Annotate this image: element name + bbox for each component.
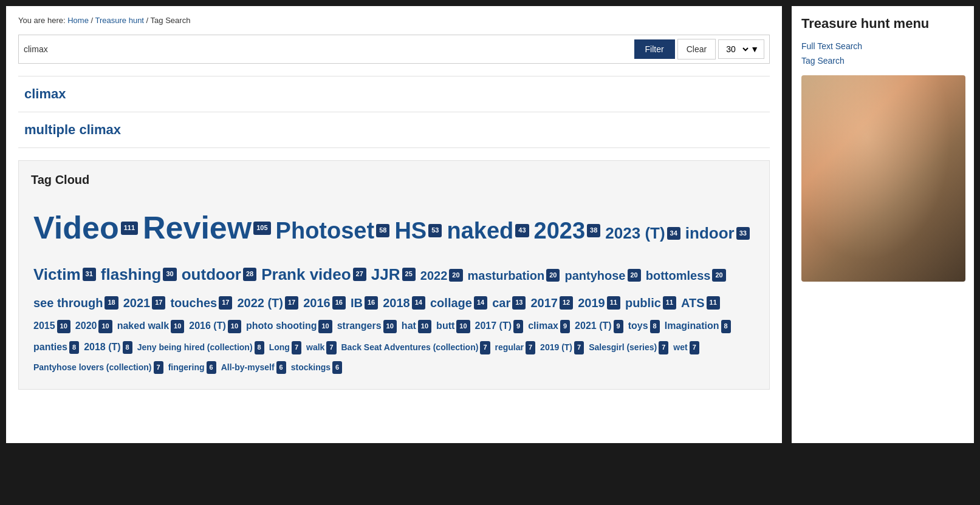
- tag-link[interactable]: public: [625, 292, 661, 314]
- tag-link[interactable]: Victim: [33, 260, 81, 289]
- tag-item: butt10: [436, 317, 470, 335]
- tag-link[interactable]: car: [492, 292, 510, 314]
- tag-count: 34: [667, 227, 680, 240]
- tag-link[interactable]: walk: [306, 340, 324, 355]
- tag-link[interactable]: 2018: [383, 292, 410, 314]
- result-link[interactable]: climax: [18, 76, 770, 112]
- tag-link[interactable]: Salesgirl (series): [589, 340, 657, 355]
- tag-count: 8: [69, 341, 79, 354]
- tag-link[interactable]: collage: [430, 292, 472, 314]
- tag-link[interactable]: All-by-myself: [221, 360, 275, 375]
- tag-count: 10: [171, 320, 184, 333]
- tag-link[interactable]: flashing: [101, 260, 162, 289]
- tag-link[interactable]: JJR: [371, 260, 400, 289]
- tag-count: 25: [402, 268, 416, 281]
- tag-count: 20: [712, 269, 725, 282]
- tag-count: 30: [163, 268, 176, 281]
- tag-item: flashing30: [101, 260, 177, 289]
- tag-link[interactable]: Jeny being hired (collection): [137, 340, 253, 355]
- breadcrumb-treasure-hunt[interactable]: Treasure hunt: [95, 16, 144, 25]
- tag-item: 201712: [530, 292, 573, 314]
- tag-item: Imagination8: [665, 317, 731, 335]
- tag-count: 105: [253, 222, 270, 235]
- tag-link[interactable]: masturbation: [468, 265, 545, 286]
- tag-item: Back Seat Adventures (collection)7: [341, 340, 490, 355]
- tag-count: 111: [121, 222, 138, 235]
- tag-link[interactable]: Review: [143, 200, 252, 257]
- sidebar-menu-link[interactable]: Tag Search: [801, 56, 964, 66]
- tag-count: 7: [574, 341, 584, 354]
- tag-count: 38: [587, 224, 600, 237]
- tag-link[interactable]: climax: [528, 317, 558, 335]
- tag-link[interactable]: Back Seat Adventures (collection): [341, 340, 479, 355]
- tag-link[interactable]: Video: [33, 200, 119, 257]
- tag-link[interactable]: 2016: [303, 292, 331, 314]
- tag-count: 8: [721, 320, 731, 333]
- tag-count: 6: [332, 361, 342, 375]
- tag-link[interactable]: 2021 (T): [575, 317, 611, 335]
- tag-link[interactable]: 2019 (T): [540, 340, 572, 355]
- per-page-dropdown[interactable]: 30 50 100: [724, 44, 750, 55]
- tag-link[interactable]: Photoset: [276, 210, 375, 251]
- breadcrumb-home[interactable]: Home: [67, 16, 89, 25]
- tag-count: 17: [152, 296, 165, 310]
- tag-link[interactable]: 2021: [123, 292, 151, 314]
- tag-link[interactable]: IB: [351, 292, 363, 314]
- tag-link[interactable]: see through: [33, 292, 103, 314]
- tag-link[interactable]: 2016 (T): [189, 317, 225, 335]
- tag-link[interactable]: 2020: [75, 317, 97, 335]
- tag-item: 2018 (T)8: [84, 339, 132, 356]
- tag-link[interactable]: 2019: [578, 292, 605, 314]
- tag-link[interactable]: naked walk: [117, 317, 169, 335]
- tag-link[interactable]: Pantyhose lovers (collection): [33, 360, 152, 375]
- tag-link[interactable]: outdoor: [182, 260, 241, 289]
- tag-link[interactable]: pantyhose: [564, 265, 625, 286]
- tag-item: 201616: [303, 292, 346, 314]
- tag-link[interactable]: 2022 (T): [237, 292, 283, 314]
- tag-count: 8: [255, 341, 264, 354]
- tag-link[interactable]: ATS: [681, 292, 705, 314]
- tag-item: fingering6: [168, 360, 216, 375]
- tag-link[interactable]: strangers: [337, 317, 382, 335]
- tag-link[interactable]: butt: [436, 317, 454, 335]
- per-page-select[interactable]: 30 50 100 ▼: [718, 39, 764, 59]
- tag-count: 10: [228, 320, 241, 333]
- search-input[interactable]: [24, 44, 632, 54]
- tag-link[interactable]: 2018 (T): [84, 339, 120, 356]
- tag-item: All-by-myself6: [221, 360, 286, 375]
- tag-link[interactable]: wet: [673, 340, 687, 355]
- tag-item: naked43: [447, 210, 529, 251]
- tag-link[interactable]: Prank video: [261, 260, 351, 289]
- tag-link[interactable]: 2017: [530, 292, 558, 314]
- clear-button[interactable]: Clear: [677, 39, 716, 59]
- tag-link[interactable]: hat: [402, 317, 416, 335]
- tag-count: 7: [292, 341, 301, 354]
- tag-count: 7: [326, 341, 336, 354]
- tag-link[interactable]: 2015: [33, 317, 55, 335]
- tag-item: Jeny being hired (collection)8: [137, 340, 264, 355]
- tag-link[interactable]: indoor: [685, 219, 735, 248]
- tag-link[interactable]: Imagination: [665, 317, 719, 335]
- tag-link[interactable]: 2023: [534, 210, 586, 251]
- tag-link[interactable]: HS: [394, 210, 427, 251]
- tag-link[interactable]: regular: [495, 340, 524, 355]
- sidebar-menu-link[interactable]: Full Text Search: [801, 41, 964, 51]
- result-link[interactable]: multiple climax: [18, 112, 770, 148]
- tag-link[interactable]: Long: [269, 340, 290, 355]
- tag-link[interactable]: fingering: [168, 360, 205, 375]
- filter-button[interactable]: Filter: [634, 39, 675, 59]
- tag-link[interactable]: stockings: [291, 360, 331, 375]
- tag-link[interactable]: touches: [170, 292, 217, 314]
- tag-count: 10: [383, 320, 397, 333]
- tag-link[interactable]: panties: [33, 339, 67, 356]
- tag-count: 7: [154, 361, 163, 375]
- tag-link[interactable]: 2017 (T): [475, 317, 512, 335]
- tag-count: 6: [207, 361, 216, 375]
- tag-link[interactable]: bottomless: [646, 265, 711, 286]
- main-content: You are here: Home / Treasure hunt / Tag…: [6, 6, 782, 443]
- tag-link[interactable]: 2023 (T): [605, 219, 665, 248]
- tag-link[interactable]: 2022: [420, 265, 448, 286]
- tag-link[interactable]: photo shooting: [246, 317, 317, 335]
- tag-link[interactable]: naked: [447, 210, 513, 251]
- tag-link[interactable]: toys: [628, 317, 648, 335]
